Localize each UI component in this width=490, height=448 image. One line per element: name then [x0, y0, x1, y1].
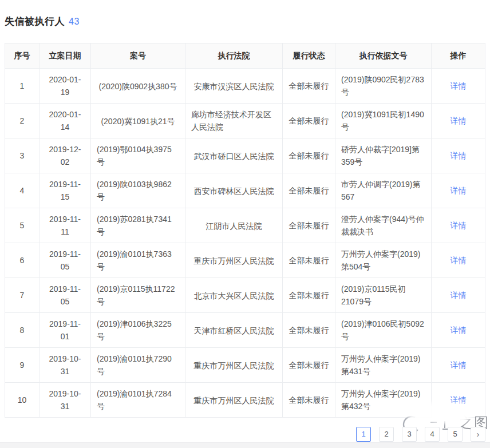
- cell-status: 全部未履行: [283, 278, 335, 313]
- cell-court: 安康市汉滨区人民法院: [185, 69, 283, 104]
- detail-link[interactable]: 详情: [451, 221, 467, 230]
- dishonest-debtor-table: 序号 立案日期 案号 执行法院 履行状态 执行依据文号 操作 1 2020-01…: [5, 43, 485, 418]
- cell-doc-no: (2019)陕0902民初2783号: [335, 69, 432, 104]
- detail-link[interactable]: 详情: [451, 151, 467, 160]
- cell-case-no: (2019)鄂0104执3975号: [91, 138, 185, 173]
- case-no-text: (2019)渝0101执7290号: [97, 352, 179, 378]
- court-text: 重庆市万州区人民法院: [194, 255, 274, 267]
- section-divider: [0, 442, 490, 448]
- table-row: 9 2019-10-31 (2019)渝0101执7290号 重庆市万州区人民法…: [5, 348, 485, 383]
- section-title-label: 失信被执行人: [5, 16, 65, 27]
- cell-case-no: (2019)津0106执3225号: [91, 313, 185, 348]
- detail-link[interactable]: 详情: [451, 116, 467, 125]
- cell-court: 北京市大兴区人民法院: [185, 278, 283, 313]
- doc-no-text: (2019)陕0902民初2783号: [341, 73, 425, 98]
- doc-no-text: 澄劳人仲案字(944)号仲裁裁决书: [341, 213, 425, 238]
- cell-case-no: (2019)渝0101执7284号: [91, 383, 185, 418]
- cell-case-no: (2019)京0115执11722号: [91, 278, 185, 313]
- cell-doc-no: 万州劳人仲案字(2019)第431号: [335, 348, 432, 383]
- page-button-3[interactable]: 3: [402, 427, 417, 442]
- cell-court: 武汉市硚口区人民法院: [185, 138, 283, 173]
- cell-action: 详情: [432, 348, 485, 383]
- cell-date: 2020-01-19: [39, 69, 91, 104]
- cell-action: 详情: [432, 383, 485, 418]
- cell-status: 全部未履行: [283, 313, 335, 348]
- detail-link[interactable]: 详情: [451, 81, 467, 90]
- cell-court: 重庆市万州区人民法院: [185, 348, 283, 383]
- table-header-row: 序号 立案日期 案号 执行法院 履行状态 执行依据文号 操作: [5, 43, 485, 69]
- cell-date: 2019-10-31: [39, 383, 91, 418]
- page-button-1[interactable]: 1: [356, 427, 371, 442]
- page-title: 失信被执行人43: [5, 15, 80, 28]
- cell-court: 天津市红桥区人民法院: [185, 313, 283, 348]
- record-count: 43: [69, 17, 80, 26]
- cell-action: 详情: [432, 138, 485, 173]
- court-text: 江阴市人民法院: [206, 220, 262, 232]
- next-page-button[interactable]: ›: [471, 427, 485, 442]
- detail-link[interactable]: 详情: [451, 291, 467, 300]
- court-text: 重庆市万州区人民法院: [194, 394, 274, 407]
- doc-no-text: 万州劳人仲案字(2019)第432号: [341, 387, 425, 413]
- court-text: 西安市碑林区人民法院: [194, 185, 274, 197]
- table-row: 3 2019-12-02 (2019)鄂0104执3975号 武汉市硚口区人民法…: [5, 138, 485, 173]
- doc-no-text: (2019)京0115民初21079号: [341, 283, 425, 308]
- cell-case-no: (2020)冀1091执21号: [91, 104, 185, 138]
- doc-no-text: 硚劳人仲裁字[2019]第359号: [341, 143, 425, 168]
- detail-link[interactable]: 详情: [451, 360, 467, 370]
- court-text: 廊坊市经济技术开发区人民法院: [191, 108, 276, 133]
- court-text: 北京市大兴区人民法院: [194, 290, 274, 302]
- cell-action: 详情: [432, 208, 485, 243]
- case-no-text: (2019)京0115执11722号: [97, 283, 179, 308]
- cell-index: 6: [5, 243, 39, 278]
- table-row: 5 2019-11-11 (2019)苏0281执7341号 江阴市人民法院 全…: [5, 208, 485, 243]
- cell-action: 详情: [432, 104, 485, 138]
- page-button-5[interactable]: 5: [448, 427, 463, 442]
- cell-index: 8: [5, 313, 39, 348]
- cell-court: 西安市碑林区人民法院: [185, 173, 283, 208]
- cell-date: 2019-11-05: [39, 243, 91, 278]
- cell-status: 全部未履行: [283, 69, 335, 104]
- cell-case-no: (2019)渝0101执7363号: [91, 243, 185, 278]
- column-header-case-no: 案号: [91, 43, 185, 69]
- column-header-no: 序号: [5, 43, 39, 69]
- court-text: 安康市汉滨区人民法院: [194, 80, 274, 93]
- cell-index: 7: [5, 278, 39, 313]
- doc-no-text: 万州劳人仲案字(2019)第431号: [341, 352, 425, 378]
- case-no-text: (2020)冀1091执21号: [101, 115, 175, 128]
- court-text: 武汉市硚口区人民法院: [194, 150, 274, 162]
- cell-doc-no: (2019)冀1091民初1490号: [335, 104, 432, 138]
- cell-date: 2019-11-05: [39, 278, 91, 313]
- cell-doc-no: (2019)津0106民初5092号: [335, 313, 432, 348]
- court-text: 重庆市万州区人民法院: [194, 359, 274, 372]
- case-no-text: (2019)渝0101执7284号: [97, 387, 179, 413]
- court-text: 天津市红桥区人民法院: [194, 324, 274, 337]
- table-row: 2 2020-01-14 (2020)冀1091执21号 廊坊市经济技术开发区人…: [5, 104, 485, 138]
- page-button-4[interactable]: 4: [425, 427, 440, 442]
- cell-action: 详情: [432, 173, 485, 208]
- cell-index: 1: [5, 69, 39, 104]
- cell-case-no: (2019)渝0101执7290号: [91, 348, 185, 383]
- cell-date: 2019-10-31: [39, 348, 91, 383]
- detail-link[interactable]: 详情: [451, 326, 467, 335]
- cell-status: 全部未履行: [283, 383, 335, 418]
- detail-link[interactable]: 详情: [451, 395, 467, 405]
- cell-index: 2: [5, 104, 39, 138]
- cell-case-no: (2019)陕0103执9862号: [91, 173, 185, 208]
- pagination: 1 2 3 4 5 ›: [356, 427, 485, 442]
- detail-link[interactable]: 详情: [451, 256, 467, 265]
- case-no-text: (2019)鄂0104执3975号: [97, 143, 179, 168]
- cell-date: 2020-01-14: [39, 104, 91, 138]
- cell-case-no: (2019)苏0281执7341号: [91, 208, 185, 243]
- cell-status: 全部未履行: [283, 173, 335, 208]
- table-row: 10 2019-10-31 (2019)渝0101执7284号 重庆市万州区人民…: [5, 383, 485, 418]
- cell-index: 3: [5, 138, 39, 173]
- page-button-2[interactable]: 2: [379, 427, 394, 442]
- cell-status: 全部未履行: [283, 348, 335, 383]
- cell-court: 廊坊市经济技术开发区人民法院: [185, 104, 283, 138]
- cell-doc-no: 万州劳人仲案字(2019)第504号: [335, 243, 432, 278]
- cell-doc-no: 万州劳人仲案字(2019)第432号: [335, 383, 432, 418]
- cell-doc-no: (2019)京0115民初21079号: [335, 278, 432, 313]
- cell-index: 10: [5, 383, 39, 418]
- column-header-status: 履行状态: [283, 43, 335, 69]
- detail-link[interactable]: 详情: [451, 186, 467, 195]
